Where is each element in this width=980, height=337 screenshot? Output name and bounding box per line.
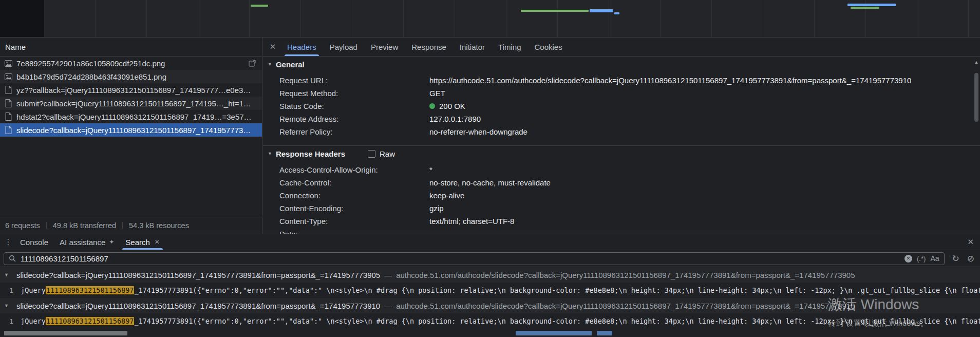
request-row[interactable]: b4b1b479d5d724d288b463f43091e851.png [0,70,262,83]
request-row-selected[interactable]: slidecode?callback=jQuery111108963121501… [0,123,262,137]
general-section-title: General [276,60,305,69]
summary-transferred: 49.8 kB transferred [53,221,116,230]
request-name: hdstat2?callback=jQuery11110896312150115… [16,113,252,121]
search-input[interactable] [21,254,900,263]
tab-headers[interactable]: Headers [280,38,323,56]
raw-toggle[interactable]: Raw [368,149,395,158]
summary-request-count: 6 requests [5,221,40,230]
header-value: * [429,165,432,174]
header-value: GET [429,89,445,98]
overview-bar [614,12,619,14]
result-file-name: slidecode?callback=jQuery111108963121501… [16,302,380,310]
response-headers-section-header[interactable]: ▼ Response Headers Raw [263,147,980,160]
header-row: Connection: keep-alive [263,189,980,202]
tab-console[interactable]: Console [14,234,54,250]
popout-icon[interactable] [249,60,256,67]
match-highlight: 111108963121501156897 [46,286,135,294]
header-key: Status Code: [279,102,429,110]
header-key: Remote Address: [279,115,429,123]
request-row[interactable]: yz??callback=jQuery111108963121501156897… [0,83,262,97]
document-file-icon [4,99,12,107]
tab-initiator[interactable]: Initiator [453,38,492,56]
overview-bar [590,9,613,12]
more-tabs-icon[interactable]: ⋮ [2,237,14,247]
status-ok-dot [429,103,435,109]
request-list: 7e889255742901a86c105809cdf251dc.png b4b… [0,57,262,217]
header-key: Cache-Control: [279,178,429,187]
search-box: ✕ (.*) Aa [4,252,945,265]
overview-bar [847,4,896,6]
tab-preview[interactable]: Preview [364,38,405,56]
result-url: authcode.51.com/authcode/slidecode?callb… [396,302,855,310]
drawer-tab-bar: ⋮ Console AI assistance ✦ Search ✕ ✕ [0,234,980,250]
close-search-tab-icon[interactable]: ✕ [155,238,160,246]
header-row: Request URL: https://authcode.51.com/aut… [263,74,980,87]
close-detail-icon[interactable]: ✕ [265,42,280,51]
response-headers-section: ▼ Response Headers Raw Access-Control-Al… [263,145,980,234]
document-file-icon [4,126,12,134]
overview-bar [521,10,589,12]
request-row[interactable]: submit?callback=jQuery111108963121501156… [0,97,262,110]
search-toolbar: ✕ (.*) Aa ↻ ⊘ [0,250,980,267]
name-column-header[interactable]: Name [0,38,262,57]
header-value: text/html; charset=UTF-8 [429,217,514,226]
partial-text-fragment [516,331,592,335]
header-key: Request URL: [279,76,429,85]
scrollbar-thumb[interactable] [974,73,978,122]
network-overview-strip[interactable] [0,0,980,38]
header-value: keep-alive [429,191,464,200]
triangle-down-icon: ▼ [4,272,9,277]
tab-search[interactable]: Search ✕ [120,234,165,250]
status-code-text: 200 OK [439,102,465,110]
refresh-search-icon[interactable]: ↻ [952,253,959,264]
header-key: Access-Control-Allow-Origin: [279,165,429,174]
header-key: Connection: [279,191,429,200]
clear-search-icon[interactable]: ⊘ [967,253,974,264]
partial-text-fragment [4,331,127,335]
header-row-clipped: Date: [263,228,980,234]
result-dash: — [384,302,392,310]
tab-timing[interactable]: Timing [492,38,527,56]
tab-cookies[interactable]: Cookies [527,38,569,56]
overview-bar [251,5,268,7]
spark-icon: ✦ [109,238,114,246]
header-row: Request Method: GET [263,87,980,100]
header-value: no-referrer-when-downgrade [429,127,527,136]
header-row: Referrer Policy: no-referrer-when-downgr… [263,125,980,138]
watermark-line-1: 激活 Windows [828,295,928,314]
request-row[interactable]: hdstat2?callback=jQuery11110896312150115… [0,110,262,123]
network-summary-bar: 6 requests 49.8 kB transferred 54.3 kB r… [0,217,262,234]
tab-payload[interactable]: Payload [323,38,364,56]
raw-checkbox[interactable] [368,150,375,158]
request-name: slidecode?callback=jQuery111108963121501… [16,126,251,135]
general-section-header[interactable]: ▼ General [263,58,980,71]
summary-resources: 54.3 kB resources [129,221,189,230]
search-icon [9,255,16,262]
line-number: 1 [0,287,13,294]
partial-text-fragment [597,331,612,335]
header-key: Date: [279,230,429,234]
request-name: submit?callback=jQuery111108963121501156… [16,99,251,108]
line-number: 1 [0,317,13,325]
header-row: Content-Encoding: gzip [263,202,980,215]
header-row: Cache-Control: no-store, no-cache, must-… [263,176,980,189]
network-request-panel: Name 7e889255742901a86c105809cdf251dc.pn… [0,38,262,234]
tab-ai-assistance[interactable]: AI assistance ✦ [54,234,120,250]
result-dash: — [384,271,392,279]
request-row[interactable]: 7e889255742901a86c105809cdf251dc.png [0,57,262,70]
overview-bar [851,7,879,9]
close-drawer-icon[interactable]: ✕ [967,237,974,247]
detail-scrollbar[interactable]: ▲ [973,60,979,232]
triangle-down-icon: ▼ [4,303,9,308]
partial-result-row [0,329,980,337]
tab-response[interactable]: Response [405,38,453,56]
general-rows: Request URL: https://authcode.51.com/aut… [263,71,980,138]
clear-input-icon[interactable]: ✕ [904,255,912,263]
match-case-toggle[interactable]: Aa [930,254,939,263]
header-value: gzip [429,204,444,213]
header-row: Content-Type: text/html; charset=UTF-8 [263,215,980,228]
scroll-up-icon[interactable]: ▲ [973,60,979,65]
regex-toggle[interactable]: (.*) [917,255,926,263]
search-result-file[interactable]: ▼ slidecode?callback=jQuery1111089631215… [0,267,980,283]
request-name: 7e889255742901a86c105809cdf251dc.png [16,59,165,68]
